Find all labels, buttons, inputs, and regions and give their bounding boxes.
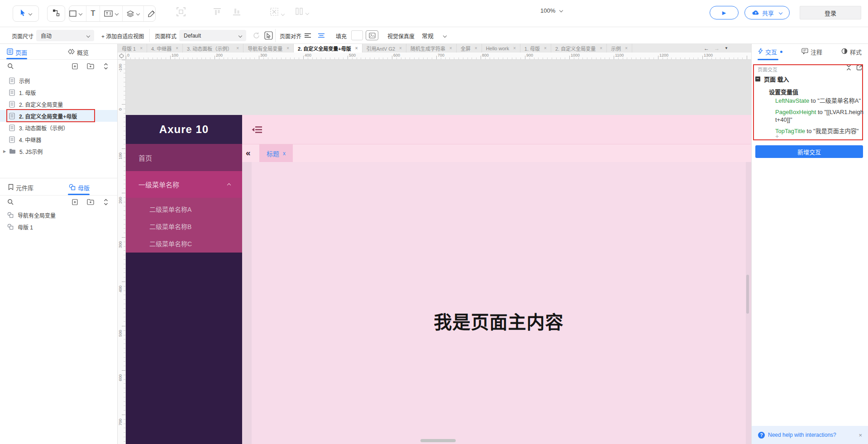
event-row[interactable]: − 页面 载入 <box>755 75 789 83</box>
tab-back-icon[interactable]: ← <box>704 45 709 52</box>
login-button[interactable]: 登录 <box>800 6 861 19</box>
shapes-library-button[interactable] <box>123 6 144 21</box>
page-tab[interactable]: 2. 自定义全局变量× <box>551 44 607 53</box>
canvas-area[interactable]: Axure 10 首页 一级菜单名称 二级菜单名称A二级菜单名称B二级菜单名称C… <box>126 60 751 444</box>
fill-image-button[interactable] <box>366 30 378 40</box>
submenu-item[interactable]: 二级菜单名称C <box>126 235 242 252</box>
fidelity-select[interactable]: 常规 <box>417 30 451 41</box>
tab-interactions[interactable]: 交互 <box>758 48 782 56</box>
variable-assignment[interactable]: TopTagTitle to "我是页面主内容" <box>775 128 865 135</box>
open-external-icon[interactable] <box>856 64 863 73</box>
search-icon[interactable] <box>7 63 14 71</box>
text-tool-button[interactable]: T <box>86 6 100 21</box>
add-adaptive-view-button[interactable]: + 添加自适应视图 <box>101 32 144 40</box>
scale-icon[interactable] <box>270 7 284 18</box>
tab-style[interactable]: 样式 <box>841 48 862 56</box>
sort-icon[interactable] <box>103 63 109 71</box>
zoom-select[interactable]: 100% <box>540 7 563 14</box>
master-item[interactable]: 母版 1 <box>0 221 117 233</box>
tab-overview[interactable]: 概览 <box>68 48 89 57</box>
page-tab[interactable]: 导航有全局变量× <box>243 44 294 53</box>
add-page-icon[interactable] <box>72 63 78 71</box>
sidebar-page-item[interactable]: 示例 <box>0 75 117 86</box>
reset-style-icon[interactable] <box>253 32 260 41</box>
fill-color-swatch[interactable] <box>351 30 363 40</box>
page-size-select[interactable]: 自动 <box>36 30 94 41</box>
tab-pages[interactable]: 页面 <box>7 48 27 57</box>
rectangle-tool-button[interactable] <box>65 6 86 21</box>
page-tab[interactable]: 2. 自定义全局变量+母版× <box>294 44 362 53</box>
sidebar-page-item[interactable]: 2. 自定义全局变量 <box>0 98 117 110</box>
sidebar-page-item[interactable]: 2. 自定义全局变量+母版 <box>0 110 117 122</box>
tab-libraries[interactable]: 元件库 <box>8 183 33 192</box>
connector-tool-button[interactable] <box>47 5 65 22</box>
submenu-item[interactable]: 二级菜单名称B <box>126 218 242 235</box>
prototype-vertical-scrollbar[interactable] <box>746 275 749 314</box>
tag-tab[interactable]: 标题 x <box>259 144 293 162</box>
align-top-icon[interactable] <box>213 7 222 18</box>
page-tab[interactable]: 1. 母版× <box>520 44 551 53</box>
page-tab[interactable]: 引用AntV G2× <box>362 44 406 53</box>
tab-close-icon[interactable]: × <box>140 46 143 51</box>
tab-close-icon[interactable]: × <box>600 46 602 51</box>
add-folder-icon[interactable] <box>87 63 94 71</box>
help-link[interactable]: Need help with interactions? <box>768 432 836 438</box>
tab-close-icon[interactable]: × <box>449 46 452 51</box>
page-tab[interactable]: Hello work× <box>482 44 520 53</box>
variable-assignment[interactable]: PageBoxHeight to "[[LVAR1.height+40]]" <box>775 109 865 124</box>
action-label[interactable]: 设置变量值 <box>769 87 798 96</box>
new-interaction-button[interactable]: 新增交互 <box>755 145 863 158</box>
add-page-icon[interactable] <box>72 199 78 207</box>
collapse-event-icon[interactable]: − <box>755 76 760 81</box>
collapse-all-icon[interactable] <box>846 64 852 73</box>
sidebar-page-item[interactable]: 1. 母版 <box>0 86 117 98</box>
menu-item-level1[interactable]: 一级菜单名称 <box>126 171 242 198</box>
tab-close-icon[interactable]: × <box>513 46 516 51</box>
text-field-tool-button[interactable] <box>100 6 123 21</box>
variable-assignment[interactable]: LeftNavState to "二级菜单名称A" <box>775 97 865 105</box>
sidebar-page-item[interactable]: 3. 动态面板（示例） <box>0 122 117 134</box>
page-tab[interactable]: 母版 1× <box>118 44 147 53</box>
tab-close-icon[interactable]: × <box>399 46 402 51</box>
sidebar-page-item[interactable]: 4. 中继器 <box>0 134 117 145</box>
prototype-left-nav[interactable]: Axure 10 首页 一级菜单名称 二级菜单名称A二级菜单名称B二级菜单名称C <box>126 115 242 444</box>
tab-close-icon[interactable]: × <box>286 46 289 51</box>
close-icon[interactable]: × <box>858 432 862 439</box>
tab-close-icon[interactable]: × <box>625 46 628 51</box>
page-tab[interactable]: 4. 中继器× <box>147 44 183 53</box>
pen-tool-button[interactable] <box>144 6 159 21</box>
sidebar-page-item[interactable]: ▶5. JS示例 <box>0 145 117 157</box>
tab-masters[interactable]: 母版 <box>69 183 90 192</box>
tab-close-icon[interactable]: × <box>236 46 239 51</box>
tab-list-icon[interactable]: ▼ <box>725 46 728 50</box>
distribute-icon[interactable] <box>232 7 241 18</box>
submenu-item[interactable]: 二级菜单名称A <box>126 201 242 218</box>
search-icon[interactable] <box>7 199 14 206</box>
columns-icon[interactable] <box>295 7 309 17</box>
group-tool-icon[interactable] <box>176 7 186 18</box>
add-action-icon[interactable]: + <box>775 133 779 140</box>
select-tool-button[interactable] <box>13 5 39 22</box>
canvas-horizontal-scrollbar[interactable] <box>420 439 456 442</box>
tab-forward-icon[interactable]: → <box>714 45 720 52</box>
align-left-icon[interactable] <box>304 33 311 40</box>
page-tab[interactable]: 3. 动态面板（示例）× <box>183 44 243 53</box>
share-button[interactable]: 共享 <box>744 6 790 19</box>
tag-close-icon[interactable]: x <box>283 150 286 157</box>
tab-close-icon[interactable]: × <box>176 46 178 51</box>
preview-play-button[interactable]: ▶ <box>710 6 739 19</box>
expander-icon[interactable]: ▶ <box>3 149 6 153</box>
sort-icon[interactable] <box>103 199 109 207</box>
align-center-icon[interactable] <box>318 33 325 40</box>
page-style-select[interactable]: Default <box>179 30 246 41</box>
tab-close-icon[interactable]: × <box>475 46 477 51</box>
tab-close-icon[interactable]: × <box>544 46 547 51</box>
ruler-origin-button[interactable] <box>118 53 126 60</box>
pointer-mode-icon[interactable] <box>264 31 273 41</box>
prototype-page[interactable]: Axure 10 首页 一级菜单名称 二级菜单名称A二级菜单名称B二级菜单名称C… <box>126 115 751 444</box>
menu-fold-icon[interactable] <box>251 125 263 136</box>
tab-notes[interactable]: 注释 <box>801 48 822 56</box>
page-tab[interactable]: 随机生成字符串× <box>406 44 457 53</box>
page-tab[interactable]: 全屏× <box>457 44 482 53</box>
tab-close-icon[interactable]: × <box>355 46 358 51</box>
